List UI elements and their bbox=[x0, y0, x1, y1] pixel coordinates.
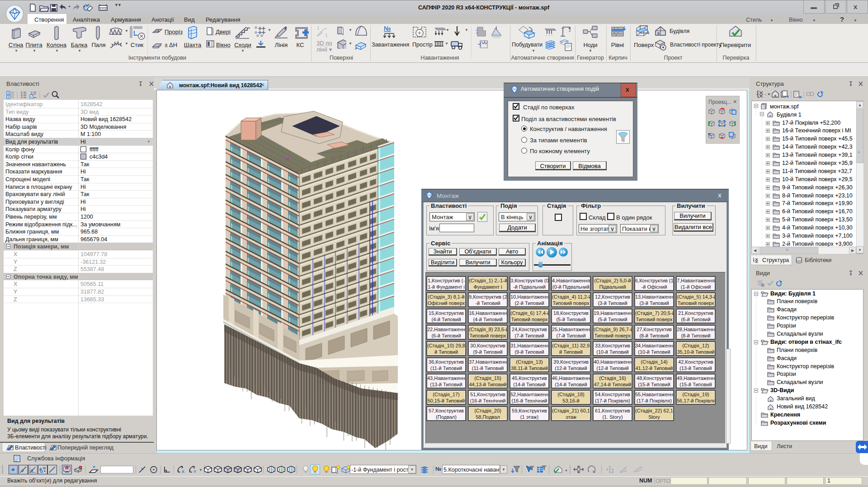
svg-text:X: X bbox=[182, 469, 184, 474]
svg-text:1: 1 bbox=[317, 26, 320, 31]
svg-text:1: 1 bbox=[325, 33, 328, 38]
svg-text:№: № bbox=[384, 25, 391, 32]
svg-text:Y: Y bbox=[193, 469, 196, 474]
